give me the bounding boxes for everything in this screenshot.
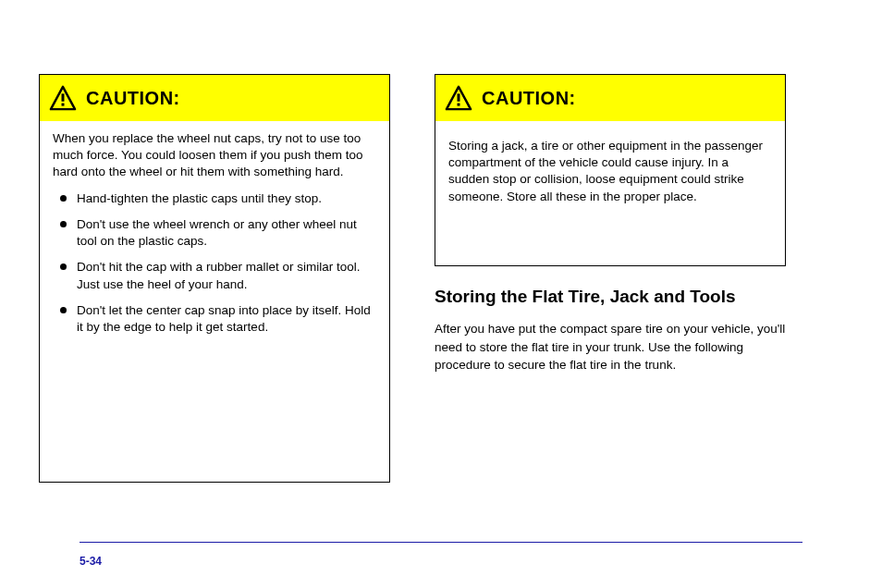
caution-list-item: Don't hit the cap with a rubber mallet o… (56, 259, 376, 292)
footer-rule (80, 542, 802, 543)
caution-list-item: Hand-tighten the plastic caps until they… (56, 190, 376, 207)
warning-triangle-icon (445, 85, 472, 111)
section-paragraph: After you have put the compact spare tir… (435, 320, 786, 374)
caution-text-right: Storing a jack, a tire or other equipmen… (448, 138, 772, 205)
section-heading: Storing the Flat Tire, Jack and Tools (435, 287, 786, 307)
caution-box-right: CAUTION: Storing a jack, a tire or other… (435, 74, 786, 266)
svg-rect-2 (62, 104, 65, 106)
caution-header-left: CAUTION: (40, 75, 389, 121)
caution-body-right: Storing a jack, a tire or other equipmen… (435, 121, 785, 218)
caution-header-right: CAUTION: (435, 75, 785, 121)
svg-rect-5 (458, 104, 460, 106)
section-area: Storing the Flat Tire, Jack and Tools Af… (435, 287, 786, 374)
page-number: 5-34 (80, 555, 102, 568)
caution-list-left: Hand-tighten the plastic caps until they… (53, 190, 376, 337)
warning-triangle-icon (49, 85, 77, 111)
caution-box-left: CAUTION: When you replace the wheel nut … (39, 74, 390, 483)
svg-rect-4 (458, 93, 460, 101)
caution-list-item: Don't use the wheel wrench or any other … (56, 216, 376, 250)
caution-list-item: Don't let the center cap snap into place… (56, 302, 376, 336)
caution-label-right: CAUTION: (482, 88, 576, 109)
page-root: CAUTION: When you replace the wheel nut … (0, 0, 882, 588)
caution-intro-left: When you replace the wheel nut caps, try… (53, 130, 376, 181)
svg-rect-1 (62, 93, 65, 101)
caution-label-left: CAUTION: (86, 88, 180, 109)
caution-body-left: When you replace the wheel nut caps, try… (40, 121, 389, 358)
